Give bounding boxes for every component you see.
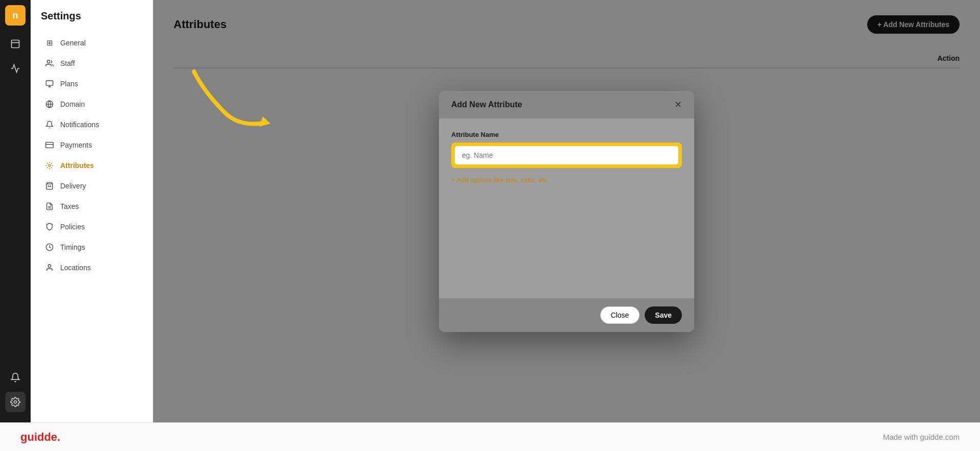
svg-rect-3 [46,81,53,85]
sidebar-item-delivery[interactable]: Delivery [35,176,149,196]
payments-icon [45,140,54,150]
main-content: Attributes + Add New Attributes Action A… [153,0,980,422]
staff-icon [45,59,54,68]
taxes-icon [45,202,54,211]
modal-body: Attribute Name + Add options like size, … [439,118,694,298]
sidebar-item-payments[interactable]: Payments [35,135,149,155]
sidebar-item-policies[interactable]: Policies [35,217,149,236]
nav-sidebar: Settings ⊞ General Staff Plans Domain [31,0,153,422]
svg-point-13 [48,265,51,267]
icon-btn-settings[interactable] [5,392,26,412]
domain-icon [45,100,54,109]
general-icon: ⊞ [45,38,54,48]
policies-icon [45,222,54,231]
sidebar-item-general[interactable]: ⊞ General [35,33,149,53]
add-attribute-modal: Add New Attribute ✕ Attribute Name + Add… [439,91,694,332]
locations-icon [45,263,54,272]
modal-title: Add New Attribute [451,100,522,109]
icon-btn-bell[interactable] [5,367,26,388]
svg-rect-6 [46,143,54,148]
arrow-annotation [184,61,306,145]
sidebar-item-notifications[interactable]: Notifications [35,115,149,134]
sidebar-item-attributes[interactable]: Attributes [35,156,149,175]
modal-footer: Close Save [439,298,694,332]
add-options-link[interactable]: + Add options like size, color, etc. [451,176,682,184]
save-button[interactable]: Save [645,306,682,324]
notifications-icon [45,120,54,129]
svg-point-2 [47,60,50,63]
svg-point-8 [48,164,51,167]
svg-rect-0 [12,40,19,48]
icon-btn-chart[interactable] [5,58,26,79]
attributes-icon [45,161,54,170]
icon-btn-store[interactable] [5,34,26,54]
modal-header: Add New Attribute ✕ [439,91,694,118]
sidebar-item-timings[interactable]: Timings [35,238,149,257]
modal-overlay: Add New Attribute ✕ Attribute Name + Add… [153,0,980,422]
footer-logo: guidde. [20,431,60,444]
close-button[interactable]: Close [600,306,640,324]
app-logo[interactable]: n [5,5,26,26]
footer-tagline: Made with guidde.com [883,433,960,441]
attribute-name-label: Attribute Name [451,131,682,138]
sidebar-item-domain[interactable]: Domain [35,94,149,114]
svg-marker-14 [259,116,271,127]
settings-title: Settings [31,10,153,32]
icon-sidebar: n [0,0,31,422]
sidebar-item-taxes[interactable]: Taxes [35,197,149,216]
sidebar-item-staff[interactable]: Staff [35,54,149,73]
attribute-name-input[interactable] [455,146,678,164]
sidebar-item-locations[interactable]: Locations [35,258,149,277]
svg-point-1 [14,401,17,403]
modal-empty-area [451,184,682,286]
timings-icon [45,243,54,252]
delivery-icon [45,181,54,191]
modal-close-button[interactable]: ✕ [674,100,682,109]
footer: guidde. Made with guidde.com [0,422,980,451]
sidebar-item-plans[interactable]: Plans [35,74,149,93]
attribute-name-field-container [451,143,682,168]
plans-icon [45,79,54,88]
